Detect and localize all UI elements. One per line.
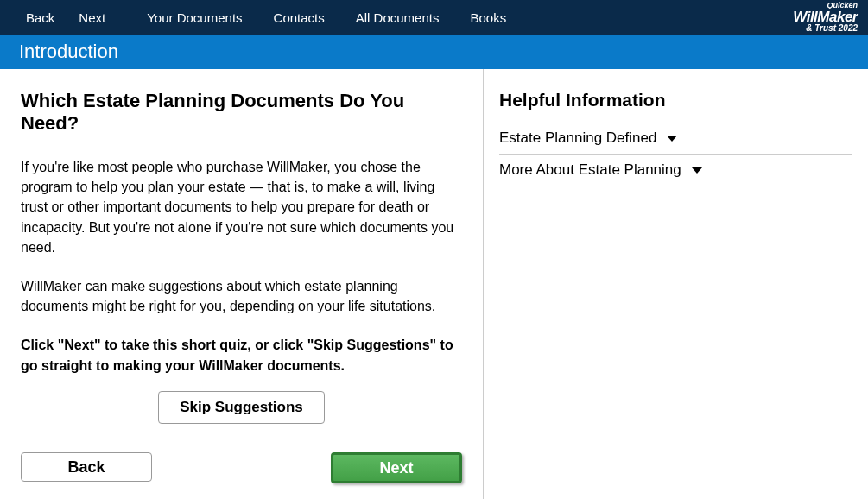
- accordion-more-about-estate-planning[interactable]: More About Estate Planning: [499, 155, 852, 186]
- intro-paragraph-2: WillMaker can make suggestions about whi…: [21, 276, 462, 316]
- side-panel: Helpful Information Estate Planning Defi…: [484, 69, 868, 499]
- nav-contacts[interactable]: Contacts: [258, 0, 340, 35]
- content-area: Which Estate Planning Documents Do You N…: [0, 69, 868, 499]
- section-title-bar: Introduction: [0, 35, 868, 69]
- bottom-nav: Back Next: [21, 452, 462, 483]
- brand-main-text: WillMaker: [793, 9, 858, 24]
- accordion-item-label: More About Estate Planning: [499, 161, 681, 179]
- nav-next[interactable]: Next: [67, 0, 131, 35]
- nav-your-documents[interactable]: Your Documents: [131, 0, 257, 35]
- nav-books[interactable]: Books: [454, 0, 522, 35]
- back-button[interactable]: Back: [21, 452, 152, 482]
- nav-all-documents[interactable]: All Documents: [340, 0, 455, 35]
- top-nav: Back Next Your Documents Contacts All Do…: [0, 0, 868, 35]
- page-title: Which Estate Planning Documents Do You N…: [21, 90, 462, 135]
- brand-sub-text: & Trust 2022: [793, 24, 858, 33]
- nav-back[interactable]: Back: [0, 0, 67, 35]
- skip-button-container: Skip Suggestions: [21, 391, 462, 424]
- main-panel: Which Estate Planning Documents Do You N…: [0, 69, 484, 499]
- chevron-down-icon: [692, 167, 702, 174]
- accordion-estate-planning-defined[interactable]: Estate Planning Defined: [499, 123, 852, 155]
- instruction-paragraph: Click "Next" to take this short quiz, or…: [21, 335, 462, 375]
- brand-logo: Quicken WillMaker & Trust 2022: [793, 2, 858, 33]
- next-button[interactable]: Next: [331, 452, 462, 483]
- skip-suggestions-button[interactable]: Skip Suggestions: [158, 391, 325, 424]
- intro-paragraph-1: If you're like most people who purchase …: [21, 157, 462, 257]
- chevron-down-icon: [667, 136, 677, 142]
- accordion-item-label: Estate Planning Defined: [499, 129, 656, 147]
- helpful-info-title: Helpful Information: [499, 90, 852, 111]
